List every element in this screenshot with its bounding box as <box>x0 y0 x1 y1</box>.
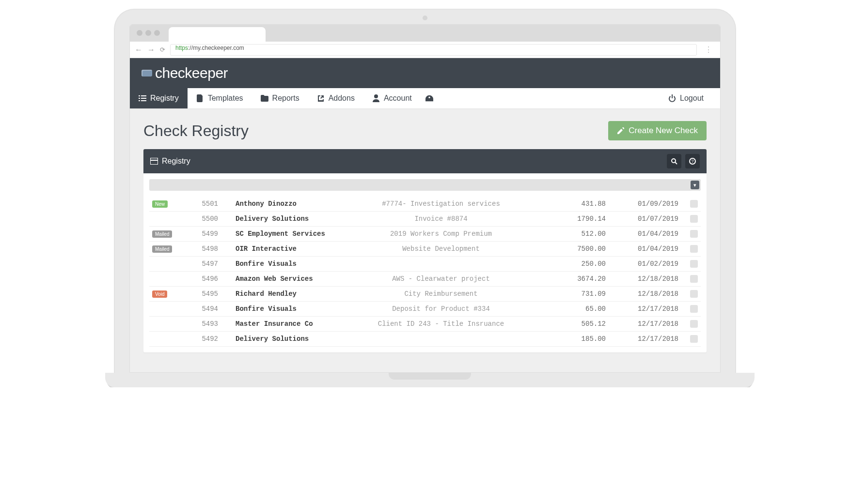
window-close-icon[interactable] <box>137 30 142 36</box>
check-rows: New5501Anthony Dinozzo#7774- Investigati… <box>143 197 707 352</box>
nav-label: Account <box>384 94 412 103</box>
amount: 65.00 <box>552 305 606 313</box>
checkbox-cell <box>678 335 698 343</box>
row-checkbox[interactable] <box>690 260 698 268</box>
row-checkbox[interactable] <box>690 230 698 238</box>
app-content: checkeeper Registry Templates Reports <box>130 58 720 372</box>
window-min-icon[interactable] <box>145 30 151 36</box>
laptop-frame: ← → ⟳ https://my.checkeeper.com ⋮ checke… <box>115 10 735 387</box>
refresh-button[interactable]: ⟳ <box>160 46 165 53</box>
nav-reports[interactable]: Reports <box>252 88 308 108</box>
check-number: 5498 <box>179 245 218 253</box>
row-checkbox[interactable] <box>690 215 698 223</box>
payee: Bonfire Visuals <box>218 260 330 268</box>
nav-label: Registry <box>150 94 179 103</box>
check-number: 5494 <box>179 305 218 313</box>
filter-bar[interactable]: ▾ <box>149 179 701 191</box>
table-row[interactable]: 5492Delivery Solutions185.0012/17/2018 <box>149 332 701 347</box>
browser-tab[interactable] <box>169 27 266 42</box>
payee: SC Employment Services <box>218 230 330 238</box>
search-button[interactable] <box>667 154 681 168</box>
status-cell: Mailed <box>152 245 179 253</box>
nav-dashboard[interactable] <box>421 89 438 108</box>
status-badge: Mailed <box>152 230 172 238</box>
row-checkbox[interactable] <box>690 305 698 313</box>
url-scheme: https <box>175 45 188 51</box>
filter-dropdown-button[interactable]: ▾ <box>691 181 699 189</box>
camera-dot <box>423 15 427 20</box>
svg-point-10 <box>672 159 676 163</box>
memo: Website Development <box>330 245 552 253</box>
nav-templates[interactable]: Templates <box>188 88 252 108</box>
nav-logout[interactable]: Logout <box>660 88 712 108</box>
app-nav: Registry Templates Reports Addons Accoun… <box>130 88 720 108</box>
check-number: 5493 <box>179 320 218 328</box>
svg-rect-8 <box>150 158 158 165</box>
table-row[interactable]: Void5495Richard HendleyCity Reimbursemen… <box>149 287 701 302</box>
app-header: checkeeper <box>130 58 720 88</box>
laptop-notch <box>389 373 471 380</box>
create-label: Create New Check <box>629 126 698 136</box>
amount: 185.00 <box>552 335 606 343</box>
brand-icon <box>142 70 152 76</box>
amount: 3674.20 <box>552 275 606 283</box>
check-number: 5495 <box>179 290 218 298</box>
memo: City Reimbursement <box>330 290 552 298</box>
checkbox-cell <box>678 245 698 253</box>
row-checkbox[interactable] <box>690 290 698 298</box>
caret-down-icon: ▾ <box>693 182 696 188</box>
pencil-icon <box>617 127 625 135</box>
check-number: 5501 <box>179 200 218 208</box>
help-icon: ? <box>689 158 696 165</box>
status-badge: New <box>152 200 168 208</box>
row-checkbox[interactable] <box>690 275 698 283</box>
payee: OIR Interactive <box>218 245 330 253</box>
table-row[interactable]: 5494Bonfire VisualsDeposit for Product #… <box>149 302 701 317</box>
help-button[interactable]: ? <box>685 154 700 168</box>
browser-menu-icon[interactable]: ⋮ <box>702 45 715 54</box>
search-icon <box>671 158 677 165</box>
date: 01/07/2019 <box>606 215 678 223</box>
create-check-button[interactable]: Create New Check <box>608 121 707 140</box>
payee: Master Insurance Co <box>218 320 330 328</box>
check-number: 5497 <box>179 260 218 268</box>
grid-icon <box>150 157 158 165</box>
table-row[interactable]: 5497Bonfire Visuals250.0001/02/2019 <box>149 257 701 272</box>
svg-rect-1 <box>141 95 146 96</box>
nav-addons[interactable]: Addons <box>308 88 363 108</box>
nav-registry[interactable]: Registry <box>130 88 188 108</box>
svg-rect-2 <box>139 98 140 99</box>
status-cell: Void <box>152 290 179 298</box>
folder-icon <box>261 94 268 102</box>
nav-label: Templates <box>208 94 243 103</box>
table-row[interactable]: New5501Anthony Dinozzo#7774- Investigati… <box>149 197 701 212</box>
row-checkbox[interactable] <box>690 335 698 343</box>
table-row[interactable]: 5496Amazon Web ServicesAWS - Clearwater … <box>149 272 701 287</box>
checkbox-cell <box>678 230 698 238</box>
amount: 250.00 <box>552 260 606 268</box>
payee: Delivery Solutions <box>218 215 330 223</box>
table-row[interactable]: 5493Master Insurance CoClient ID 243 - T… <box>149 317 701 332</box>
row-checkbox[interactable] <box>690 320 698 328</box>
date: 01/09/2019 <box>606 200 678 208</box>
brand[interactable]: checkeeper <box>142 65 228 81</box>
window-max-icon[interactable] <box>154 30 160 36</box>
status-cell: New <box>152 200 179 208</box>
svg-rect-5 <box>141 100 146 101</box>
nav-label: Logout <box>680 94 704 103</box>
table-row[interactable]: 5500Delivery SolutionsInvoice #88741790.… <box>149 212 701 227</box>
svg-rect-7 <box>672 94 673 98</box>
browser-toolbar: ← → ⟳ https://my.checkeeper.com ⋮ <box>130 42 720 58</box>
back-button[interactable]: ← <box>135 46 142 54</box>
forward-button[interactable]: → <box>147 46 155 54</box>
table-row[interactable]: Mailed5499SC Employment Services2019 Wor… <box>149 227 701 242</box>
file-icon <box>196 94 204 102</box>
table-row[interactable]: Mailed5498OIR InteractiveWebsite Develop… <box>149 242 701 257</box>
laptop-base <box>105 373 755 387</box>
nav-account[interactable]: Account <box>363 88 421 108</box>
row-checkbox[interactable] <box>690 200 698 208</box>
payee: Anthony Dinozzo <box>218 200 330 208</box>
date: 01/02/2019 <box>606 260 678 268</box>
row-checkbox[interactable] <box>690 245 698 253</box>
url-field[interactable]: https://my.checkeeper.com <box>170 44 697 56</box>
